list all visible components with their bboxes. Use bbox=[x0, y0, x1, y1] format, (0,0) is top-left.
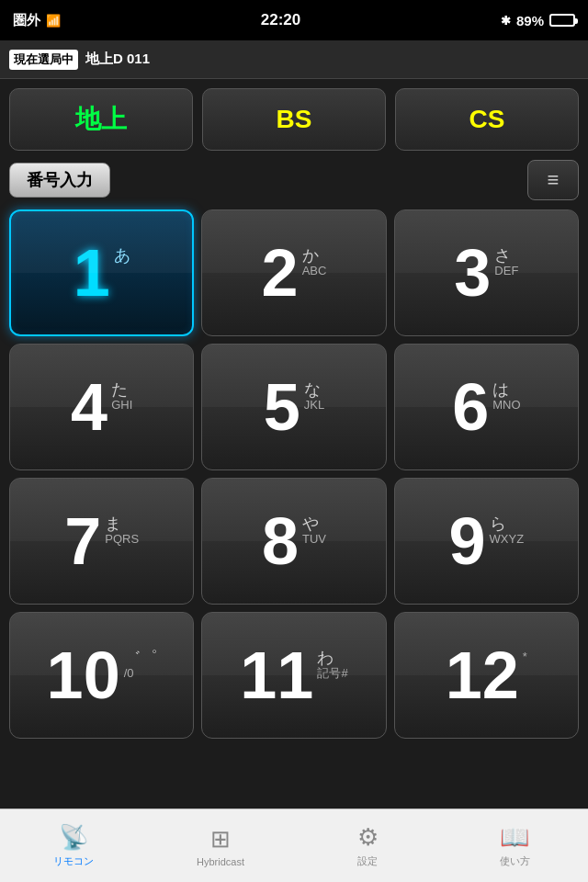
wifi-icon: 📶 bbox=[46, 14, 61, 28]
tab-howto-label: 使い方 bbox=[500, 854, 530, 868]
no-signal-text: 圏外 bbox=[13, 12, 40, 29]
band-bs-button[interactable]: BS bbox=[202, 88, 386, 151]
main-content: 地上 BS CS 番号入力 ≡ 1 あ 2 bbox=[0, 79, 588, 808]
bluetooth-icon: ✱ bbox=[501, 14, 511, 28]
num-big-7: 7 bbox=[64, 508, 101, 574]
num-button-3[interactable]: 3 さ DEF bbox=[394, 209, 579, 336]
num-big-4: 4 bbox=[71, 374, 107, 440]
hybridcast-icon: ⊞ bbox=[210, 825, 231, 854]
numpad-grid: 1 あ 2 か ABC 3 さ DEF bbox=[9, 209, 579, 739]
num-big-10: 10 bbox=[47, 642, 120, 708]
status-time: 22:20 bbox=[261, 11, 300, 29]
num-abc-6: MNO bbox=[492, 398, 520, 413]
num-big-6: 6 bbox=[452, 374, 489, 440]
num-kana-4: た bbox=[111, 381, 128, 398]
status-left: 圏外 📶 bbox=[13, 12, 61, 29]
status-right: ✱ 89% bbox=[501, 13, 575, 28]
tab-bar: 📡 リモコン ⊞ Hybridcast ⚙ 設定 📖 使い方 bbox=[0, 808, 588, 882]
tab-hybridcast[interactable]: ⊞ Hybridcast bbox=[147, 825, 294, 867]
num-abc-9: WXYZ bbox=[490, 532, 525, 547]
num-abc-4: GHI bbox=[111, 398, 132, 413]
num-kana-1: あ bbox=[114, 247, 130, 264]
status-bar: 圏外 📶 22:20 ✱ 89% bbox=[0, 0, 588, 40]
num-button-10[interactable]: 10 ゛゜ /0 bbox=[9, 612, 194, 739]
num-abc-12: * bbox=[523, 650, 527, 664]
band-cs-label: CS bbox=[469, 105, 505, 134]
battery-percent: 89% bbox=[516, 13, 544, 28]
num-abc-2: ABC bbox=[302, 264, 327, 278]
num-button-11[interactable]: 11 わ 記号# bbox=[201, 612, 386, 739]
tab-hybridcast-label: Hybridcast bbox=[197, 856, 244, 867]
num-kana-3: さ bbox=[494, 247, 511, 264]
howto-icon: 📖 bbox=[500, 823, 529, 852]
num-button-2[interactable]: 2 か ABC bbox=[201, 209, 386, 336]
num-kana-11: わ bbox=[317, 650, 334, 666]
channel-info: 地上D 011 bbox=[85, 51, 150, 68]
tab-howto[interactable]: 📖 使い方 bbox=[441, 823, 588, 868]
num-button-4[interactable]: 4 た GHI bbox=[9, 344, 194, 470]
num-abc-10: /0 bbox=[124, 666, 134, 681]
num-kana-10: ゛゜ bbox=[124, 650, 157, 666]
num-abc-3: DEF bbox=[494, 264, 518, 278]
remote-icon: 📡 bbox=[59, 823, 88, 852]
num-kana-9: ら bbox=[490, 515, 506, 532]
num-abc-5: JKL bbox=[304, 398, 324, 413]
num-button-1[interactable]: 1 あ bbox=[9, 209, 194, 336]
tab-remote[interactable]: 📡 リモコン bbox=[0, 823, 147, 868]
settings-icon: ⚙ bbox=[357, 823, 379, 852]
num-big-3: 3 bbox=[454, 240, 491, 306]
num-button-6[interactable]: 6 は MNO bbox=[394, 344, 579, 470]
num-kana-6: は bbox=[492, 381, 509, 398]
controls-row: 番号入力 ≡ bbox=[9, 160, 579, 200]
num-abc-8: TUV bbox=[302, 532, 326, 547]
tab-remote-label: リモコン bbox=[53, 854, 94, 868]
num-button-5[interactable]: 5 な JKL bbox=[201, 344, 386, 470]
band-row: 地上 BS CS bbox=[9, 88, 579, 151]
num-kana-7: ま bbox=[105, 515, 121, 532]
num-abc-11: 記号# bbox=[317, 666, 347, 681]
list-icon: ≡ bbox=[548, 168, 560, 192]
num-big-1: 1 bbox=[74, 240, 110, 306]
num-button-9[interactable]: 9 ら WXYZ bbox=[394, 478, 579, 605]
band-cs-button[interactable]: CS bbox=[395, 88, 579, 151]
band-jicho-label: 地上 bbox=[75, 102, 127, 137]
num-button-8[interactable]: 8 や TUV bbox=[201, 478, 386, 605]
num-big-5: 5 bbox=[264, 374, 300, 440]
num-abc-7: PQRS bbox=[105, 532, 139, 547]
band-jicho-button[interactable]: 地上 bbox=[9, 88, 193, 151]
header-bar: 現在選局中 地上D 011 bbox=[0, 40, 588, 79]
num-big-8: 8 bbox=[262, 508, 299, 574]
num-big-12: 12 bbox=[446, 642, 519, 708]
num-button-12[interactable]: 12 * bbox=[394, 612, 579, 739]
number-input-button[interactable]: 番号入力 bbox=[9, 163, 110, 198]
tab-settings-label: 設定 bbox=[357, 854, 378, 868]
channel-list-button[interactable]: ≡ bbox=[527, 160, 579, 200]
num-button-7[interactable]: 7 ま PQRS bbox=[9, 478, 194, 605]
tab-settings[interactable]: ⚙ 設定 bbox=[294, 823, 441, 868]
num-big-2: 2 bbox=[262, 240, 299, 306]
battery-icon bbox=[549, 14, 575, 27]
band-bs-label: BS bbox=[277, 105, 312, 134]
current-station-label: 現在選局中 bbox=[9, 50, 78, 70]
num-big-9: 9 bbox=[449, 508, 486, 574]
num-kana-8: や bbox=[302, 515, 319, 532]
num-kana-5: な bbox=[304, 381, 321, 398]
num-big-11: 11 bbox=[240, 642, 313, 708]
num-kana-2: か bbox=[302, 247, 319, 264]
